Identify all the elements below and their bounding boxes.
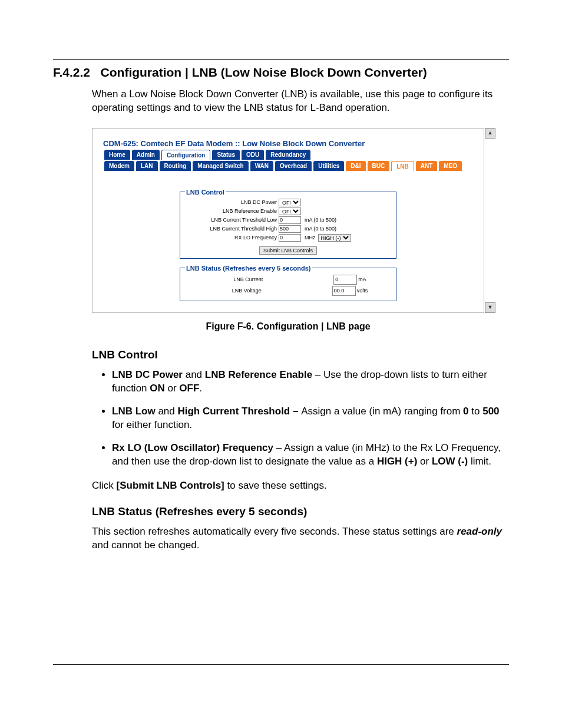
tab-utilities[interactable]: Utilities xyxy=(313,161,344,171)
status-paragraph: This section refreshes automatically eve… xyxy=(92,525,509,552)
thresh-low-suffix: mA (0 to 500) xyxy=(303,217,336,223)
rxlo-input[interactable] xyxy=(279,234,301,242)
list-item: LNB DC Power and LNB Reference Enable – … xyxy=(112,368,509,396)
status-voltage-unit: volts xyxy=(356,288,368,294)
dc-power-select[interactable]: OFF xyxy=(279,199,301,206)
tab-buc[interactable]: BUC xyxy=(368,161,390,171)
tab-ant[interactable]: ANT xyxy=(416,161,438,171)
lnb-status-fieldset: LNB Status (Refreshes every 5 seconds) L… xyxy=(180,265,396,301)
list-item: LNB Low and High Current Threshold – Ass… xyxy=(112,405,509,432)
submit-lnb-controls-button[interactable]: Submit LNB Controls xyxy=(259,246,317,255)
scroll-down-icon[interactable]: ▼ xyxy=(485,302,495,313)
subhead-lnb-control: LNB Control xyxy=(92,348,509,361)
tab-status[interactable]: Status xyxy=(212,150,240,160)
tab-modem[interactable]: Modem xyxy=(104,161,134,171)
lnb-status-legend: LNB Status (Refreshes every 5 seconds) xyxy=(185,265,312,272)
tab-lnb[interactable]: LNB xyxy=(391,161,414,171)
status-current-unit: mA xyxy=(357,276,366,282)
click-paragraph: Click [Submit LNB Controls] to save thes… xyxy=(92,479,509,493)
status-current-value xyxy=(333,275,357,285)
embedded-screenshot: ▲ ▼ CDM-625: Comtech EF Data Modem :: Lo… xyxy=(92,128,484,313)
section-heading: F.4.2.2 Configuration | LNB (Low Noise B… xyxy=(53,65,509,80)
figure-caption: Figure F-6. Configuration | LNB page xyxy=(92,321,484,332)
thresh-low-input[interactable] xyxy=(279,216,301,224)
status-voltage-value xyxy=(332,286,356,296)
scroll-up-icon[interactable]: ▲ xyxy=(485,128,495,139)
rxlo-mode-select[interactable]: HIGH (-) xyxy=(318,234,351,242)
tab-home[interactable]: Home xyxy=(104,150,130,160)
tab-configuration[interactable]: Configuration xyxy=(161,150,211,160)
lnb-control-fieldset: LNB Control LNB DC Power OFF LNB Referen… xyxy=(180,189,396,259)
tab-row-primary: HomeAdminConfigurationStatusODURedundanc… xyxy=(103,150,473,160)
tab-row-secondary: ModemLANRoutingManaged SwitchWANOverhead… xyxy=(103,161,473,171)
rxlo-label: RX LO Frequency xyxy=(185,235,279,241)
bullet-list: LNB DC Power and LNB Reference Enable – … xyxy=(92,368,509,469)
tab-wan[interactable]: WAN xyxy=(250,161,273,171)
app-title: CDM-625: Comtech EF Data Modem :: Low No… xyxy=(103,139,473,148)
thresh-high-input[interactable] xyxy=(279,225,301,233)
intro-paragraph: When a Low Noise Block Down Converter (L… xyxy=(92,88,509,115)
tab-lan[interactable]: LAN xyxy=(136,161,158,171)
thresh-low-label: LNB Current Threshold Low xyxy=(185,217,279,223)
list-item: Rx LO (Low Oscillator) Frequency – Assig… xyxy=(112,442,509,469)
dc-power-label: LNB DC Power xyxy=(185,199,279,205)
status-current-label: LNB Current xyxy=(210,276,286,282)
ref-enable-select[interactable]: OFF xyxy=(279,207,301,215)
tab-meo[interactable]: MEO xyxy=(439,161,462,171)
subhead-lnb-status: LNB Status (Refreshes every 5 seconds) xyxy=(92,505,509,518)
thresh-high-suffix: mA (0 to 500) xyxy=(303,226,336,232)
rxlo-suffix: MHz xyxy=(303,235,316,241)
tab-redundancy[interactable]: Redundancy xyxy=(266,150,310,160)
tab-odu[interactable]: ODU xyxy=(242,150,264,160)
tab-admin[interactable]: Admin xyxy=(132,150,160,160)
ref-enable-label: LNB Reference Enable xyxy=(185,208,279,214)
tab-managedswitch[interactable]: Managed Switch xyxy=(193,161,248,171)
lnb-control-legend: LNB Control xyxy=(185,189,226,196)
thresh-high-label: LNB Current Threshold High xyxy=(185,226,279,232)
tab-routing[interactable]: Routing xyxy=(160,161,191,171)
tab-overhead[interactable]: Overhead xyxy=(275,161,312,171)
status-voltage-label: LNB Voltage xyxy=(209,288,285,294)
tab-di[interactable]: D&I xyxy=(346,161,365,171)
